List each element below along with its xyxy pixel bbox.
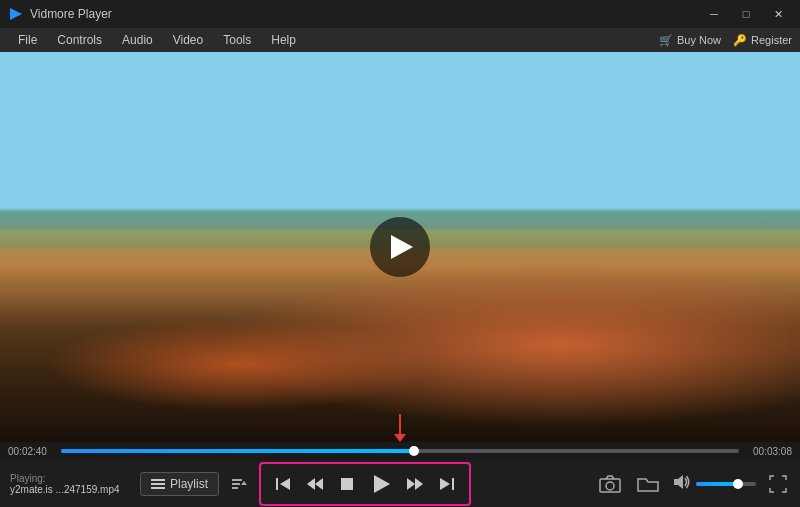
playlist-label: Playlist <box>170 477 208 491</box>
svg-marker-7 <box>307 478 315 490</box>
time-total: 00:03:08 <box>747 446 792 457</box>
buy-now-button[interactable]: 🛒 Buy Now <box>659 34 721 47</box>
close-button[interactable]: ✕ <box>764 0 792 28</box>
playlist-icon <box>151 479 165 489</box>
svg-marker-6 <box>280 478 290 490</box>
time-current: 00:02:40 <box>8 446 53 457</box>
volume-icon[interactable] <box>672 473 690 495</box>
svg-marker-13 <box>440 478 450 490</box>
controls-bar: Playing: y2mate.is ...247159.mp4 Playlis… <box>0 460 800 507</box>
menu-help[interactable]: Help <box>261 28 306 52</box>
svg-rect-2 <box>232 483 240 485</box>
fullscreen-button[interactable] <box>766 472 790 496</box>
svg-marker-17 <box>674 475 683 489</box>
menu-audio[interactable]: Audio <box>112 28 163 52</box>
menu-video[interactable]: Video <box>163 28 213 52</box>
svg-rect-5 <box>276 478 278 490</box>
svg-marker-10 <box>374 475 390 493</box>
cart-icon: 🛒 <box>659 34 673 47</box>
rewind-button[interactable] <box>301 470 329 498</box>
video-area[interactable] <box>0 52 800 442</box>
skip-next-button[interactable] <box>433 470 461 498</box>
svg-point-16 <box>606 482 614 490</box>
skip-prev-button[interactable] <box>269 470 297 498</box>
svg-marker-11 <box>407 478 415 490</box>
play-button[interactable] <box>365 468 397 500</box>
volume-track[interactable] <box>696 482 756 486</box>
volume-thumb[interactable] <box>733 479 743 489</box>
maximize-button[interactable]: □ <box>732 0 760 28</box>
folder-button[interactable] <box>634 470 662 498</box>
titlebar: Vidmore Player ─ □ ✕ <box>0 0 800 28</box>
svg-marker-12 <box>415 478 423 490</box>
menu-controls[interactable]: Controls <box>47 28 112 52</box>
window-controls: ─ □ ✕ <box>700 0 792 28</box>
svg-marker-4 <box>241 481 247 485</box>
playlist-button[interactable]: Playlist <box>140 472 219 496</box>
transport-controls <box>259 462 471 506</box>
progress-area: 00:02:40 00:03:08 <box>0 442 800 460</box>
progress-track[interactable] <box>61 449 739 453</box>
menu-file[interactable]: File <box>8 28 47 52</box>
svg-rect-9 <box>341 478 353 490</box>
playing-info: Playing: y2mate.is ...247159.mp4 <box>10 473 130 495</box>
stop-button[interactable] <box>333 470 361 498</box>
list-sort-icon[interactable] <box>229 474 249 494</box>
progress-thumb[interactable] <box>409 446 419 456</box>
svg-marker-8 <box>315 478 323 490</box>
minimize-button[interactable]: ─ <box>700 0 728 28</box>
app-title: Vidmore Player <box>30 7 700 21</box>
svg-rect-1 <box>232 479 242 481</box>
menubar: File Controls Audio Video Tools Help 🛒 B… <box>0 28 800 52</box>
indicator-line <box>399 414 401 434</box>
play-overlay-button[interactable] <box>370 217 430 277</box>
playing-filename: y2mate.is ...247159.mp4 <box>10 484 130 495</box>
svg-rect-3 <box>232 487 238 489</box>
playing-label: Playing: <box>10 473 130 484</box>
volume-section <box>672 473 756 495</box>
screenshot-button[interactable] <box>596 470 624 498</box>
register-button[interactable]: 🔑 Register <box>733 34 792 47</box>
svg-marker-0 <box>10 8 22 20</box>
progress-fill <box>61 449 414 453</box>
position-indicator <box>394 414 406 442</box>
right-controls <box>596 470 790 498</box>
menubar-right: 🛒 Buy Now 🔑 Register <box>659 34 792 47</box>
menu-tools[interactable]: Tools <box>213 28 261 52</box>
key-icon: 🔑 <box>733 34 747 47</box>
indicator-arrowhead <box>394 434 406 442</box>
fast-forward-button[interactable] <box>401 470 429 498</box>
svg-rect-14 <box>452 478 454 490</box>
volume-fill <box>696 482 738 486</box>
app-logo <box>8 6 24 22</box>
